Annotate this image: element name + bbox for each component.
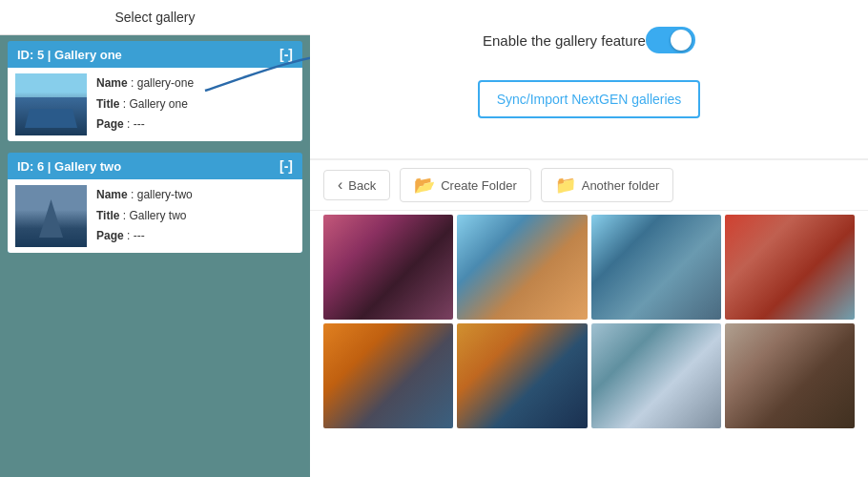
grid-image-1[interactable] [323, 215, 453, 320]
back-button[interactable]: ‹ Back [323, 170, 390, 200]
grid-image-2[interactable] [457, 215, 587, 320]
gallery-2-title: Title : Gallery two [96, 206, 193, 227]
enable-gallery-label: Enable the gallery feature [483, 32, 646, 49]
right-panel-wrapper: Enable the gallery feature Sync/Import N… [310, 0, 868, 477]
gallery-1-title: Title : Gallery one [96, 94, 194, 115]
toolbar: ‹ Back 📂 Create Folder 📁 Another folder [310, 159, 868, 211]
gallery-item-1-body: Name : gallery-one Title : Gallery one P… [8, 68, 302, 141]
select-gallery-title: Select gallery [114, 10, 195, 25]
select-gallery-header: Select gallery [0, 0, 310, 35]
right-panel: Enable the gallery feature Sync/Import N… [310, 0, 868, 477]
sync-import-button[interactable]: Sync/Import NextGEN galleries [478, 80, 701, 118]
back-label: Back [348, 178, 376, 193]
grid-image-8[interactable] [725, 323, 855, 428]
create-folder-label: Create Folder [441, 178, 516, 193]
gallery-1-id: ID: 5 | Gallery one [17, 48, 122, 62]
gallery-item-2-header[interactable]: ID: 6 | Gallery two [-] [8, 153, 302, 179]
left-panel: Select gallery ID: 5 | Gallery one [-] N… [0, 0, 310, 477]
grid-image-4[interactable] [725, 215, 855, 320]
gallery-2-id: ID: 6 | Gallery two [17, 159, 121, 174]
another-folder-label: Another folder [582, 178, 660, 193]
gallery-2-name: Name : gallery-two [96, 185, 193, 206]
image-grid [310, 211, 868, 432]
gallery-2-page: Page : --- [96, 226, 193, 247]
enable-gallery-toggle[interactable] [646, 27, 695, 53]
back-chevron-icon: ‹ [338, 176, 342, 194]
gallery-1-page: Page : --- [96, 114, 194, 135]
grid-image-5[interactable] [323, 323, 453, 428]
enable-gallery-section: Enable the gallery feature Sync/Import N… [310, 0, 868, 159]
gallery-2-collapse[interactable]: [-] [279, 158, 293, 174]
toggle-knob [671, 30, 692, 51]
gallery-item-1-header[interactable]: ID: 5 | Gallery one [-] [8, 41, 302, 68]
gallery-1-meta: Name : gallery-one Title : Gallery one P… [96, 73, 194, 135]
grid-image-3[interactable] [591, 215, 721, 320]
gallery-item-2-body: Name : gallery-two Title : Gallery two P… [8, 179, 302, 253]
grid-image-7[interactable] [591, 323, 721, 428]
gallery-item-2[interactable]: ID: 6 | Gallery two [-] Name : gallery-t… [8, 153, 302, 253]
another-folder-button[interactable]: 📁 Another folder [541, 168, 674, 202]
grid-image-6[interactable] [457, 323, 587, 428]
gallery-1-collapse[interactable]: [-] [279, 47, 293, 62]
another-folder-icon: 📁 [555, 175, 576, 196]
gallery-2-thumbnail [15, 185, 87, 247]
gallery-1-name: Name : gallery-one [96, 73, 194, 94]
gallery-2-meta: Name : gallery-two Title : Gallery two P… [96, 185, 193, 247]
create-folder-icon: 📂 [414, 175, 435, 196]
gallery-1-thumbnail [15, 73, 87, 135]
gallery-item-1[interactable]: ID: 5 | Gallery one [-] Name : gallery-o… [8, 41, 302, 141]
create-folder-button[interactable]: 📂 Create Folder [400, 168, 530, 202]
